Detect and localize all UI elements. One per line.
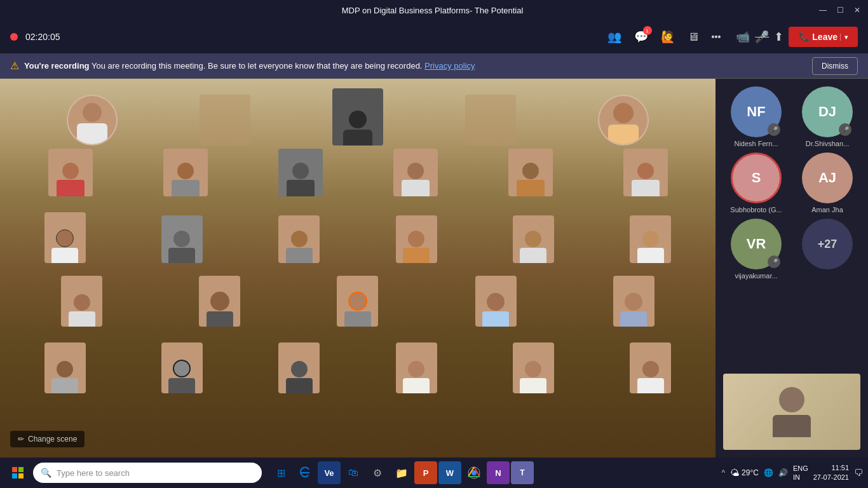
participant-name-vr: vijayakumar... (735, 272, 777, 280)
title-bar: MDP on Digital Business Platforms- The P… (0, 0, 868, 20)
toolbar-right-controls: 📹 🎤 ⬆ 📞 Leave ▾ (736, 27, 858, 47)
avatar-dj: DJ 🎤 (802, 86, 853, 137)
toolbar-center-icons: 👥 💬 1 🙋 🖥 ••• (607, 30, 721, 44)
taskbar-onenote-icon[interactable]: N (487, 461, 510, 484)
show-hidden-icons[interactable]: ^ (721, 468, 725, 477)
reactions-icon[interactable]: 🙋 (661, 30, 675, 44)
participant-video-11 (278, 215, 320, 263)
minimize-button[interactable]: — (819, 6, 827, 15)
raise-hand-icon[interactable]: ⬆ (774, 30, 783, 44)
participant-video-4 (48, 149, 93, 196)
weather-widget: 🌤 29°C (730, 468, 759, 478)
participant-video-3 (598, 95, 649, 146)
search-icon: 🔍 (41, 468, 51, 478)
self-preview (723, 374, 860, 450)
more-options-icon[interactable]: ••• (712, 32, 721, 42)
search-box[interactable]: 🔍 (33, 463, 262, 483)
dismiss-button[interactable]: Dismiss (812, 57, 858, 75)
participant-video-17 (337, 276, 378, 327)
toolbar: 02:20:05 👥 💬 1 🙋 🖥 ••• 📹 🎤 ⬆ 📞 Leave ▾ (0, 20, 868, 53)
notification-icon[interactable]: 🗨 (854, 468, 863, 478)
maximize-button[interactable]: ☐ (837, 6, 844, 15)
recording-banner: ⚠ You're recording You are recording thi… (0, 53, 868, 79)
participant-video-10 (161, 215, 203, 263)
screenshare-icon[interactable]: 🖥 (688, 30, 699, 44)
participant-video-16 (199, 276, 240, 327)
taskbar-settings-icon[interactable]: ⚙ (366, 461, 389, 484)
participant-card-more[interactable]: +27 (794, 219, 860, 280)
participant-video-22 (396, 342, 437, 393)
participant-video-5 (163, 149, 208, 196)
svg-rect-0 (12, 467, 17, 472)
participant-video-9 (623, 149, 668, 196)
main-content: ✏ Change scene NF 🎤 Nidesh Fern... DJ 🎤 … (0, 79, 868, 458)
taskbar-powerpoint-icon[interactable]: P (414, 461, 437, 484)
mute-toggle-icon[interactable]: 🎤 (755, 30, 769, 44)
participant-video-18 (475, 276, 517, 327)
participant-row-2: S Subhobroto (G... AJ Aman Jha (723, 152, 860, 214)
taskbar-teams-icon[interactable]: T (511, 461, 534, 484)
chat-badge: 1 (643, 26, 652, 35)
participant-video-14 (630, 215, 671, 263)
participant-video-mask (44, 212, 86, 263)
participants-icon[interactable]: 👥 (607, 30, 621, 44)
privacy-policy-link[interactable]: Privacy policy (424, 61, 475, 71)
more-participants-badge[interactable]: +27 (802, 219, 853, 269)
participant-video-2 (332, 88, 383, 146)
taskbar-word-icon[interactable]: W (438, 461, 461, 484)
system-clock[interactable]: 11:51 27-07-2021 (813, 463, 849, 483)
close-button[interactable]: ✕ (854, 6, 860, 15)
taskbar-files-icon[interactable]: 📁 (390, 461, 413, 484)
participant-card-nf: NF 🎤 Nidesh Fern... (723, 86, 789, 147)
mute-icon-vr: 🎤 (768, 255, 780, 268)
right-sidebar: NF 🎤 Nidesh Fern... DJ 🎤 Dr.Shivshan... … (715, 79, 868, 458)
participant-card-s: S Subhobroto (G... (723, 152, 789, 214)
taskbar-app-icons: ⊞ Ve 🛍 ⚙ 📁 P W (269, 461, 534, 484)
participant-video-23 (513, 342, 554, 393)
mute-icon-nf: 🎤 (768, 123, 780, 136)
leave-button[interactable]: 📞 Leave ▾ (789, 27, 858, 47)
avatar-aj: AJ (802, 152, 853, 203)
participant-name-s: Subhobroto (G... (730, 206, 782, 214)
participant-video-20 (44, 342, 86, 393)
language-indicator[interactable]: ENG IN (793, 464, 808, 482)
participant-video-24 (630, 342, 671, 393)
recording-indicator (10, 33, 18, 41)
search-input[interactable] (57, 468, 254, 478)
warning-icon: ⚠ (10, 60, 19, 72)
participant-video-13 (513, 215, 554, 263)
taskbar-ve-icon[interactable]: Ve (318, 461, 341, 484)
temperature: 29°C (742, 468, 759, 477)
volume-icon: 🔊 (778, 468, 788, 477)
participant-video-7 (393, 149, 438, 196)
svg-rect-2 (12, 473, 17, 478)
participant-name-nf: Nidesh Fern... (734, 140, 778, 147)
self-preview-inner (723, 374, 860, 450)
participant-card-vr: VR 🎤 vijayakumar... (723, 219, 789, 280)
window-controls: — ☐ ✕ (819, 6, 860, 15)
video-panel: ✏ Change scene (0, 79, 715, 458)
avatar-s: S (731, 152, 782, 203)
taskbar-edge-icon[interactable] (294, 461, 316, 484)
participant-video-19 (613, 276, 654, 327)
participant-video-6 (278, 149, 323, 196)
video-area: ✏ Change scene (0, 79, 715, 458)
change-scene-button[interactable]: ✏ Change scene (10, 431, 85, 447)
taskbar-taskview-icon[interactable]: ⊞ (269, 461, 292, 484)
participant-video-8 (508, 149, 553, 196)
participant-video-15 (61, 276, 102, 327)
meeting-timer: 02:20:05 (25, 32, 60, 42)
avatar-nf: NF 🎤 (731, 86, 782, 137)
chat-icon[interactable]: 💬 1 (634, 30, 648, 44)
svg-rect-1 (18, 467, 24, 472)
participant-card-aj: AJ Aman Jha (794, 152, 860, 214)
taskbar-chrome-icon[interactable] (463, 461, 485, 484)
participant-video-mask2 (161, 342, 203, 393)
start-button[interactable] (5, 460, 31, 485)
mute-icon-dj: 🎤 (839, 123, 851, 136)
network-icon: 🌐 (764, 468, 773, 477)
taskbar-store-icon[interactable]: 🛍 (342, 461, 365, 484)
weather-icon: 🌤 (730, 468, 739, 478)
video-toggle-icon[interactable]: 📹 (736, 30, 750, 44)
avatar-vr: VR 🎤 (731, 219, 782, 269)
